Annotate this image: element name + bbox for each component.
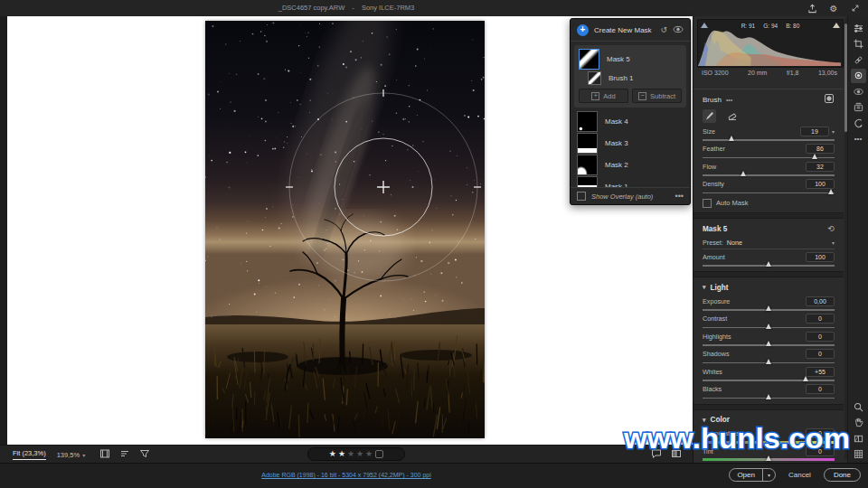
eraser-tool-icon[interactable] — [725, 109, 739, 123]
star-4[interactable]: ★ — [356, 449, 363, 459]
undo-icon[interactable]: ↺ — [660, 25, 667, 34]
slider-track[interactable] — [703, 394, 835, 400]
slider-track[interactable] — [703, 154, 835, 160]
slider-value[interactable]: 0 — [806, 314, 835, 324]
settings-gear-icon[interactable]: ⚙ — [828, 3, 839, 14]
slider-value[interactable]: 86 — [806, 144, 835, 154]
slider-thumb[interactable] — [766, 341, 771, 346]
zoom-tool-icon[interactable] — [851, 399, 866, 414]
slider-value[interactable]: 0,00 — [806, 296, 835, 306]
slider-track[interactable] — [703, 359, 835, 365]
slider-value[interactable]: +55 — [806, 367, 835, 377]
shadow-clipping-indicator[interactable] — [701, 23, 708, 28]
light-section-header[interactable]: ▾ Light — [703, 281, 835, 294]
highlight-clipping-indicator[interactable] — [833, 23, 840, 28]
preview-toggle-icon[interactable] — [671, 446, 682, 463]
slider-thumb[interactable] — [803, 376, 808, 381]
hand-tool-icon[interactable] — [851, 416, 866, 430]
color-label-badge[interactable] — [375, 450, 383, 458]
star-3[interactable]: ★ — [347, 449, 354, 459]
red-eye-icon[interactable] — [851, 84, 866, 99]
export-icon[interactable] — [807, 3, 817, 14]
more-options-icon[interactable]: ••• — [675, 192, 684, 201]
mask-item[interactable]: Mask 2 — [577, 154, 690, 175]
visibility-eye-icon[interactable] — [673, 25, 684, 35]
slider-value[interactable]: 32 — [806, 162, 835, 172]
slider-track[interactable] — [703, 171, 835, 177]
add-button[interactable]: + Add — [579, 89, 628, 103]
show-overlay-checkbox[interactable] — [577, 192, 586, 201]
slider-value[interactable]: 100 — [806, 252, 835, 262]
slider-thumb[interactable] — [766, 261, 771, 267]
overlay-toggle-icon[interactable] — [824, 91, 835, 108]
slider-track[interactable] — [703, 341, 835, 347]
done-button[interactable]: Done — [824, 468, 861, 482]
crop-icon[interactable] — [851, 37, 866, 52]
before-after-icon[interactable] — [851, 431, 866, 446]
open-button[interactable]: Open ▾ — [729, 468, 776, 482]
preset-dropdown[interactable]: Preset: None ▾ — [703, 237, 835, 249]
mask-thumbnail[interactable] — [577, 111, 598, 132]
edit-sliders-icon[interactable] — [851, 21, 866, 35]
brush-more-icon[interactable]: ••• — [726, 97, 819, 103]
slider-track[interactable] — [703, 136, 835, 142]
color-section-header[interactable]: ▾ Color — [703, 414, 835, 427]
slider-thumb[interactable] — [766, 438, 771, 444]
mask-item-selected[interactable]: Mask 5 — [579, 48, 682, 70]
brush-tool-icon[interactable] — [703, 109, 716, 123]
slider-value[interactable]: 0 — [806, 384, 835, 394]
mask-item[interactable]: Mask 1 — [577, 175, 690, 187]
reset-icon[interactable]: ⟲ — [827, 224, 835, 233]
slider-thumb[interactable] — [766, 455, 771, 461]
mask-thumbnail[interactable] — [577, 155, 598, 175]
filmstrip-toggle-icon[interactable] — [99, 448, 110, 461]
slider-value[interactable]: 0 — [806, 428, 835, 438]
slider-value[interactable]: 100 — [806, 179, 835, 189]
open-button-label[interactable]: Open — [730, 469, 763, 481]
slider-track[interactable] — [703, 305, 835, 312]
slider-track[interactable] — [703, 455, 835, 462]
filter-icon[interactable] — [139, 448, 150, 461]
masking-tool-icon[interactable] — [851, 69, 866, 83]
star-2[interactable]: ★ — [338, 449, 345, 459]
fullscreen-icon[interactable] — [850, 3, 861, 14]
auto-mask-checkbox[interactable] — [703, 199, 712, 208]
mask-item[interactable]: Mask 4 — [577, 110, 690, 132]
slider-value[interactable]: 19 — [800, 127, 829, 136]
photo-preview[interactable] — [205, 21, 485, 438]
slider-value[interactable]: 0 — [806, 332, 835, 342]
healing-brush-icon[interactable] — [851, 52, 866, 67]
slider-value[interactable]: 0 — [806, 446, 835, 456]
mask-component-brush[interactable]: Brush 1 — [579, 70, 682, 86]
fit-zoom-button[interactable]: Fit (23,3%) — [13, 449, 46, 460]
slider-track[interactable] — [703, 376, 835, 382]
slider-track[interactable] — [703, 438, 835, 445]
histogram[interactable]: R: 91 G: 94 B: 80 — [697, 19, 844, 68]
slider-thumb[interactable] — [741, 171, 746, 176]
create-mask-plus-icon[interactable]: + — [577, 24, 589, 36]
cancel-button[interactable]: Cancel — [788, 471, 811, 479]
slider-thumb[interactable] — [828, 189, 834, 194]
slider-track[interactable] — [703, 261, 835, 267]
chevron-down-icon[interactable]: ▾ — [832, 128, 835, 135]
more-tools-icon[interactable]: ••• — [851, 132, 866, 146]
slider-thumb[interactable] — [766, 394, 771, 399]
mask-thumbnail[interactable] — [577, 133, 598, 154]
grid-icon[interactable] — [851, 447, 866, 462]
star-5[interactable]: ★ — [365, 449, 373, 459]
slider-thumb[interactable] — [729, 136, 734, 141]
chevron-down-icon[interactable]: ▾ — [763, 472, 775, 478]
star-1[interactable]: ★ — [329, 449, 336, 459]
color-profile-link[interactable]: Adobe RGB (1998) - 16 bit - 5304 x 7952 … — [261, 472, 431, 478]
slider-thumb[interactable] — [812, 154, 817, 159]
mask-thumbnail[interactable] — [577, 176, 598, 188]
zoom-level-dropdown[interactable]: 139,5% ▾ — [57, 451, 85, 459]
slider-thumb[interactable] — [766, 305, 771, 311]
slider-value[interactable]: 0 — [806, 349, 835, 359]
mask-item[interactable]: Mask 3 — [577, 132, 690, 154]
subtract-button[interactable]: − Subtract — [632, 89, 682, 103]
snapshots-icon[interactable] — [851, 116, 866, 130]
mask-thumbnail[interactable] — [579, 49, 599, 70]
slider-track[interactable] — [703, 324, 835, 330]
sort-icon[interactable] — [119, 448, 130, 461]
